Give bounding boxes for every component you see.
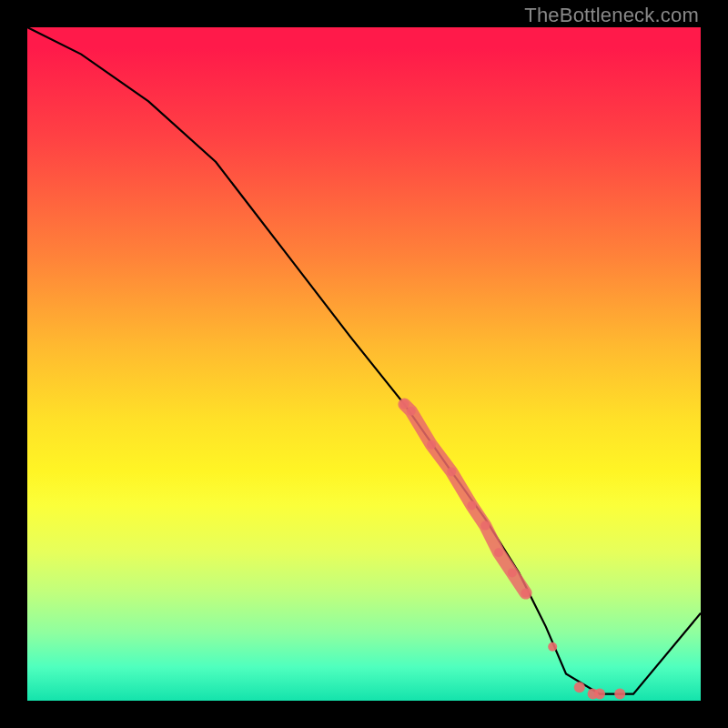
- marker-cluster-band: [404, 404, 525, 592]
- chart-frame: TheBottleneck.com: [0, 0, 728, 728]
- bottleneck-curve: [27, 27, 701, 694]
- marker-isolated-mid: [548, 642, 557, 652]
- marker-cluster-band-6: [508, 568, 517, 577]
- curve-layer: [27, 27, 701, 694]
- markers-layer: [399, 399, 625, 699]
- marker-cluster-band-1: [427, 440, 436, 450]
- marker-cluster-band-5: [494, 548, 503, 557]
- chart-svg: [27, 27, 701, 701]
- marker-trough-3: [594, 689, 605, 700]
- plot-area: [27, 27, 701, 701]
- marker-cluster-band-2: [447, 467, 456, 476]
- marker-cluster-start-upper: [399, 399, 409, 409]
- marker-trough-1: [574, 682, 585, 693]
- marker-cluster-band-4: [480, 521, 490, 531]
- marker-trough-4: [614, 689, 625, 700]
- watermark-text: TheBottleneck.com: [524, 4, 699, 27]
- marker-cluster-band-end: [521, 589, 531, 598]
- marker-cluster-start-lower: [407, 407, 416, 416]
- marker-cluster-band-3: [467, 500, 476, 510]
